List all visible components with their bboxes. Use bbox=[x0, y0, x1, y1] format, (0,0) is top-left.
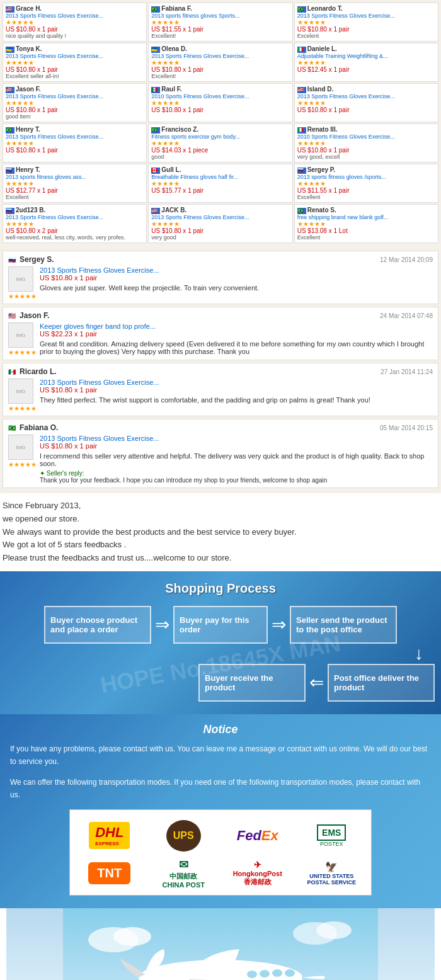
list-item: 🇧🇷 Fabiana O. 05 Mar 2014 20:15 IMG ★★★★… bbox=[3, 419, 438, 488]
arrow-right-2: ⇒ bbox=[272, 616, 286, 634]
review-stars: ★★★★★ bbox=[8, 461, 33, 468]
notice-paragraph-1: If you have any problems, please contact… bbox=[10, 743, 431, 768]
process-step-2: Buyer pay for this order bbox=[173, 606, 268, 644]
flag-icon: 🇲🇽 bbox=[151, 87, 160, 93]
svg-point-9 bbox=[260, 970, 270, 977]
flag-icon: 🇧🇷 bbox=[6, 127, 14, 134]
flag-icon: 🇮🇹 bbox=[297, 47, 306, 53]
list-item: 🇧🇷Leonardo T. 2013 Sports Fitness Gloves… bbox=[294, 3, 438, 42]
flag-icon: 🇧🇷 bbox=[151, 6, 160, 13]
flag-icon: 🇺🇦 bbox=[6, 47, 14, 53]
flag-icon: 🇧🇷 bbox=[297, 6, 306, 13]
list-item: 🇮🇹Daniele L. Adjustable Training Weightl… bbox=[294, 43, 438, 82]
flag-icon: 🇧🇷 bbox=[151, 127, 160, 134]
list-item: 🇨🇦Gull L. Breathable Fitness gloves half… bbox=[148, 164, 292, 203]
flag-icon: 🇺🇦 bbox=[151, 47, 160, 53]
ems-logo: EMS POSTEX bbox=[317, 824, 346, 847]
list-item: 🇺🇸Jason F. 2013 Sports Fitness Gloves Ex… bbox=[3, 83, 147, 122]
flag-icon: 🇺🇸 bbox=[297, 87, 306, 93]
flag-icon: 🇷🇺 bbox=[297, 168, 306, 174]
airplane-illustration bbox=[63, 908, 378, 980]
arrow-right-1: ⇒ bbox=[155, 616, 169, 634]
notice-title: Notice bbox=[10, 723, 431, 736]
ups-logo: UPS bbox=[166, 820, 201, 852]
svg-point-10 bbox=[272, 969, 282, 977]
usps-logo: 🦅 UNITED STATES POSTAL SERVICE bbox=[307, 861, 356, 886]
flag-icon: 🇺🇸 bbox=[6, 87, 14, 93]
list-item: 🇲🇽Raul F. 2010 Sports Fitness Gloves Exe… bbox=[148, 83, 292, 122]
list-item: 🇧🇷Renato S. free shipping brand new blan… bbox=[294, 204, 438, 243]
svg-point-11 bbox=[285, 969, 295, 977]
intro-line5: Please trust the feedbacks and trust us.… bbox=[3, 553, 231, 562]
flag-icon: 🇷🇺 bbox=[6, 168, 14, 174]
chinapost-logo: ✉ 中国邮政 CHINA POST bbox=[163, 858, 205, 889]
shopping-process-section: Shopping Process Buyer choose product an… bbox=[0, 571, 441, 714]
arrow-down: ↓ bbox=[415, 644, 423, 664]
list-item: 🇺🇸Island D. 2013 Sports Fitness Gloves E… bbox=[294, 83, 438, 122]
product-thumbnail: IMG bbox=[8, 322, 33, 348]
svg-point-2 bbox=[113, 927, 151, 946]
review-stars: ★★★★★ bbox=[8, 349, 33, 356]
process-step-3: Seller send the product to the post offi… bbox=[290, 606, 397, 644]
fedex-logo: FedEx bbox=[237, 828, 278, 844]
list-item: 🇺🇦Tonya K. 2013 Sports Fitness Gloves Ex… bbox=[3, 43, 147, 82]
shipping-logos-container: DHL EXPRESS UPS FedEx EMS POSTEX TNT ✉ bbox=[69, 809, 372, 896]
tnt-logo: TNT bbox=[88, 862, 130, 884]
flag-icon: 🇧🇷 bbox=[297, 208, 306, 214]
product-thumbnail: IMG bbox=[8, 266, 33, 292]
dhl-logo: DHL EXPRESS bbox=[89, 822, 130, 849]
product-thumbnail: IMG bbox=[8, 435, 33, 460]
svg-point-4 bbox=[316, 921, 352, 939]
shopping-process-title: Shopping Process bbox=[6, 581, 435, 596]
flag-icon: 🇺🇸 bbox=[6, 6, 14, 13]
down-arrow-container: ↓ bbox=[6, 644, 435, 664]
svg-point-8 bbox=[247, 971, 257, 978]
list-item: 🇧🇷Fabiana F. 2013 sports fitness gloves … bbox=[148, 3, 292, 42]
store-intro: Since February 2013, we opened our store… bbox=[0, 493, 441, 571]
list-item: 🇷🇺 Sergey S. 12 Mar 2014 20:09 IMG ★★★★★… bbox=[3, 251, 438, 304]
list-item: 🇺🇦Olena D. 2013 Sports Fitness Gloves Ex… bbox=[148, 43, 292, 82]
flag-icon: 🇷🇺 bbox=[6, 208, 14, 214]
list-item: 🇺🇸Grace H. 2013 Sports Fitness Gloves Ex… bbox=[3, 3, 147, 42]
review-stars: ★★★★★ bbox=[8, 405, 33, 412]
reviews-section: 🇺🇸Grace H. 2013 Sports Fitness Gloves Ex… bbox=[0, 0, 441, 246]
flag-icon: 🇨🇦 bbox=[151, 168, 160, 174]
list-item: 🇷🇺Henry T. 2013 sports fitness gloves as… bbox=[3, 164, 147, 203]
list-item: 🇺🇸 Jason F. 24 Mar 2014 07:48 IMG ★★★★★ … bbox=[3, 307, 438, 360]
airplane-section bbox=[6, 908, 435, 980]
review-stars: ★★★★★ bbox=[8, 293, 33, 300]
hkpost-logo: ✈ HongkongPost 香港邮政 bbox=[233, 860, 282, 887]
list-item: 🇧🇷Francisco Z. Fitness sports exercise g… bbox=[148, 123, 292, 162]
list-item: 🇺🇸JACK B. 2013 Sports Fitness Gloves Exe… bbox=[148, 204, 292, 243]
intro-line3: We always want to provide the best produ… bbox=[3, 527, 297, 537]
flag-icon: 🇺🇸 bbox=[151, 208, 160, 214]
intro-line4: We got a lot of 5 stars feedbacks . bbox=[3, 540, 126, 549]
product-thumbnail: IMG bbox=[8, 379, 33, 404]
intro-line1: Since February 2013, bbox=[3, 501, 81, 510]
arrow-left: ⇐ bbox=[309, 674, 324, 692]
large-reviews-section: 🇷🇺 Sergey S. 12 Mar 2014 20:09 IMG ★★★★★… bbox=[0, 246, 441, 493]
process-step-5: Buyer receive the product bbox=[198, 664, 306, 702]
intro-line2: we opened our store. bbox=[3, 514, 79, 523]
list-item: 🇮🇹Renato III. 2010 Sports Fitness Gloves… bbox=[294, 123, 438, 162]
notice-section: Notice If you have any problems, please … bbox=[0, 714, 441, 908]
reviews-grid: 🇺🇸Grace H. 2013 Sports Fitness Gloves Ex… bbox=[3, 3, 438, 243]
list-item: 🇷🇺2ud123 B. 2013 Sports Fitness Gloves E… bbox=[3, 204, 147, 243]
list-item: 🇲🇽 Ricardo L. 27 Jan 2014 11:24 IMG ★★★★… bbox=[3, 363, 438, 416]
notice-paragraph-2: We can offer the following transportatio… bbox=[10, 776, 431, 802]
process-step-1: Buyer choose product and place a order bbox=[44, 606, 151, 644]
list-item: 🇧🇷Henry T. 2013 Sports Fitness Gloves Ex… bbox=[3, 123, 147, 162]
flag-icon: 🇮🇹 bbox=[297, 127, 306, 134]
process-step-4: Post office deliver the product bbox=[328, 664, 435, 702]
list-item: 🇷🇺Sergey P. 2013 sports fitness gloves /… bbox=[294, 164, 438, 203]
